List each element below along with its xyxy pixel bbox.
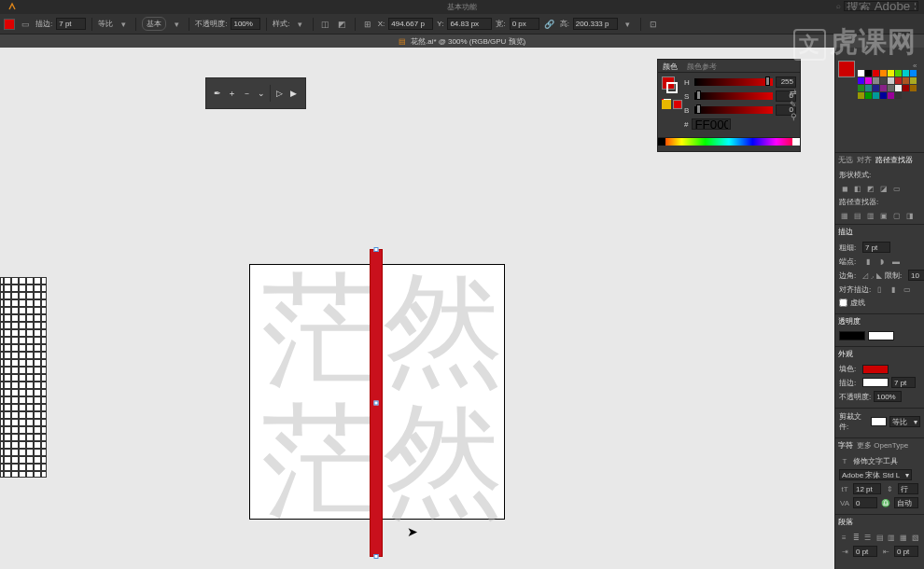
- stroke-weight-input[interactable]: [56, 18, 86, 30]
- tab-none[interactable]: 无选: [838, 155, 853, 165]
- tab-paragraph[interactable]: 段落: [838, 517, 853, 527]
- x-input[interactable]: [388, 18, 433, 30]
- justify-right-icon[interactable]: ▦: [899, 532, 909, 543]
- align-inside-icon[interactable]: ▮: [888, 284, 899, 295]
- style-dropdown-icon[interactable]: ▾: [294, 18, 307, 31]
- eyedropper-icon[interactable]: ✎: [789, 100, 798, 109]
- swatch[interactable]: [865, 85, 872, 91]
- pf-intersect-icon[interactable]: ◩: [865, 183, 876, 194]
- pf-unite-icon[interactable]: ◼: [839, 183, 850, 194]
- h-slider[interactable]: [694, 78, 773, 86]
- swap-icon[interactable]: ⇄: [789, 88, 798, 97]
- join-miter-icon[interactable]: ◿: [862, 270, 868, 281]
- swatch[interactable]: [865, 77, 872, 84]
- h-value[interactable]: 255: [776, 76, 796, 88]
- direct-select-icon[interactable]: ▷: [273, 87, 286, 100]
- pf-outline-icon[interactable]: ▢: [891, 210, 903, 221]
- pf-expand-icon[interactable]: ▭: [891, 183, 903, 194]
- swatch[interactable]: [873, 70, 879, 76]
- brush-profile[interactable]: 基本: [142, 17, 166, 31]
- fill-swatch-lg[interactable]: [862, 365, 889, 374]
- cap-round-icon[interactable]: ◗: [876, 256, 888, 267]
- join-bevel-icon[interactable]: ◣: [876, 270, 882, 281]
- selection-handle-top[interactable]: [374, 247, 379, 252]
- tab-stroke[interactable]: 描边: [838, 227, 853, 237]
- convert-anchor-icon[interactable]: ⌄: [255, 87, 268, 100]
- group-select-icon[interactable]: ▶: [287, 87, 301, 100]
- swatch[interactable]: [888, 92, 894, 99]
- align-center-icon[interactable]: ▯: [874, 284, 885, 295]
- search-stock-input[interactable]: [844, 1, 918, 11]
- selection-handle-bottom[interactable]: [374, 554, 379, 559]
- opacity-input[interactable]: [231, 18, 260, 30]
- color-panel[interactable]: 颜色 颜色参考 ⇄ ✎ ⚲ H 255 S 0: [657, 59, 801, 152]
- cap-square-icon[interactable]: ▬: [890, 256, 902, 267]
- swatch[interactable]: [903, 77, 909, 84]
- swatch[interactable]: [880, 85, 887, 91]
- stroke2-input[interactable]: [891, 377, 916, 388]
- pf-divide-icon[interactable]: ▦: [839, 210, 850, 221]
- font-dropdown[interactable]: Adobe 宋体 Std L▾: [839, 469, 912, 480]
- align-left-icon[interactable]: ≡: [839, 532, 849, 543]
- out-of-gamut-icon[interactable]: [662, 100, 671, 109]
- transform-icon[interactable]: ◩: [336, 18, 349, 31]
- pf-merge-icon[interactable]: ▥: [865, 210, 876, 221]
- pf-minus-back-icon[interactable]: ◨: [904, 210, 916, 221]
- swatch[interactable]: [858, 77, 864, 84]
- y-input[interactable]: [447, 18, 492, 30]
- swatch[interactable]: [895, 85, 902, 91]
- stroke-swatch-icon[interactable]: ▭: [19, 18, 32, 31]
- tab-appearance[interactable]: 外观: [838, 349, 853, 359]
- clip-dropdown[interactable]: 等比▾: [889, 416, 920, 427]
- link-icon[interactable]: ⚲: [789, 112, 798, 121]
- w-input[interactable]: [510, 18, 539, 30]
- swatch[interactable]: [873, 92, 879, 99]
- justify-left-icon[interactable]: ▤: [875, 532, 885, 543]
- tab-transparency[interactable]: 透明度: [838, 316, 861, 326]
- indent-left-input[interactable]: [853, 546, 877, 557]
- cap-butt-icon[interactable]: ▮: [862, 256, 874, 267]
- link-wh-icon[interactable]: 🔗: [543, 18, 556, 31]
- uniform-label[interactable]: 等比: [98, 19, 113, 29]
- opacity2-input[interactable]: [874, 391, 902, 402]
- tab-opentype[interactable]: 更多 OpenType: [857, 440, 908, 451]
- swatch[interactable]: [880, 70, 887, 76]
- add-anchor-icon[interactable]: ＋: [226, 87, 239, 100]
- pf-exclude-icon[interactable]: ◪: [878, 183, 889, 194]
- swatch[interactable]: [888, 77, 894, 84]
- dash-checkbox[interactable]: [839, 298, 847, 307]
- color-spectrum[interactable]: [658, 137, 800, 146]
- workspace-label[interactable]: 基本功能: [447, 2, 477, 12]
- swatch[interactable]: [895, 92, 902, 99]
- clip-swatch[interactable]: [871, 417, 887, 426]
- search-stock[interactable]: ⌕: [836, 0, 918, 11]
- swatch[interactable]: [910, 85, 917, 91]
- swatch[interactable]: [865, 70, 872, 76]
- touch-type-icon[interactable]: T: [839, 455, 850, 466]
- swatch[interactable]: [895, 77, 902, 84]
- justify-all-icon[interactable]: ▧: [910, 532, 920, 543]
- web-safe-swatch[interactable]: [673, 100, 682, 109]
- kerning-input[interactable]: [853, 497, 877, 508]
- selected-red-rectangle[interactable]: [370, 249, 383, 557]
- floating-curve-toolbar[interactable]: ✒ ＋ － ⌄ ▷ ▶: [205, 77, 306, 109]
- stroke-color-swatch[interactable]: [666, 82, 678, 93]
- tab-align[interactable]: 对齐: [857, 155, 872, 165]
- align-outside-icon[interactable]: ▭: [902, 284, 913, 295]
- limit-input[interactable]: [908, 270, 924, 281]
- swatch[interactable]: [888, 85, 894, 91]
- swatch[interactable]: [910, 77, 917, 84]
- swatch[interactable]: [888, 70, 894, 76]
- weight-input[interactable]: [862, 242, 890, 253]
- swatch[interactable]: [858, 92, 864, 99]
- pen-tool-icon[interactable]: ✒: [211, 87, 224, 100]
- fill-swatch[interactable]: [4, 19, 15, 30]
- blend-thumb-a[interactable]: [839, 331, 865, 340]
- indent-right-input[interactable]: [894, 546, 918, 557]
- selection-handle-mid[interactable]: [374, 401, 379, 406]
- tab-character[interactable]: 字符: [838, 440, 853, 451]
- swatch[interactable]: [895, 70, 902, 76]
- join-round-icon[interactable]: ◞: [871, 270, 874, 281]
- chevron-down-icon[interactable]: ▾: [170, 18, 183, 31]
- swatch[interactable]: [880, 92, 887, 99]
